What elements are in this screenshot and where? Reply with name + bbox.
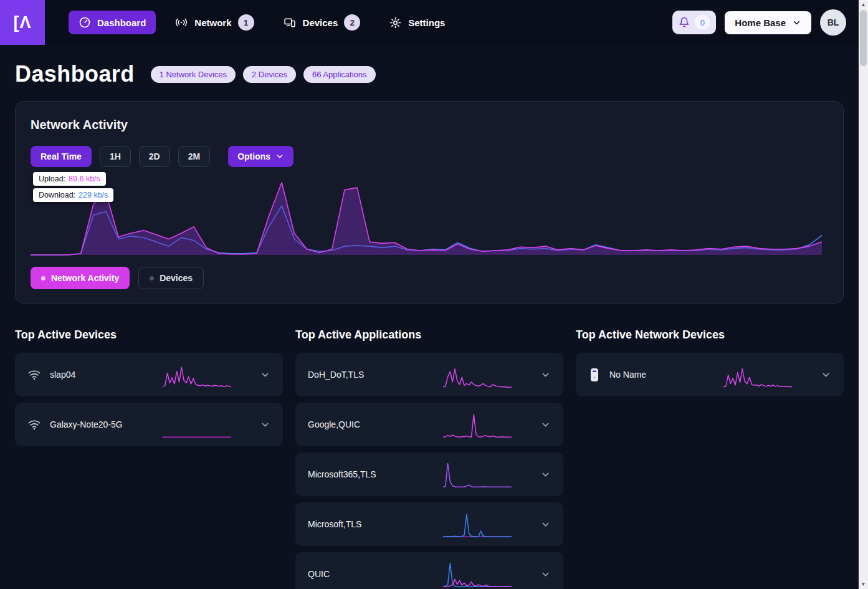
pill-applications[interactable]: 66 Applications xyxy=(303,66,375,83)
device-name: slap04 xyxy=(50,370,163,380)
chevron-down-icon[interactable] xyxy=(540,419,551,430)
nav-settings[interactable]: Settings xyxy=(379,11,455,35)
chevron-down-icon[interactable] xyxy=(260,370,270,380)
user-avatar[interactable]: BL xyxy=(820,9,846,36)
notifications-count: 0 xyxy=(695,15,710,30)
network-device-row[interactable]: No Name xyxy=(576,353,844,396)
legend-network-activity-label: Network Activity xyxy=(51,273,119,283)
gear-icon xyxy=(389,16,402,29)
device-name: Galaxy-Note20-5G xyxy=(50,419,163,429)
network-device-name: No Name xyxy=(609,370,723,380)
network-activity-chart[interactable] xyxy=(31,182,822,256)
legend-dot-icon xyxy=(150,276,154,280)
application-sparkline xyxy=(443,510,512,538)
wifi-icon xyxy=(27,419,41,431)
network-waves-icon xyxy=(174,16,188,29)
pill-devices[interactable]: 2 Devices xyxy=(243,66,296,83)
top-active-network-devices-section: Top Active Network Devices No Name xyxy=(576,328,844,589)
device-row[interactable]: slap04 xyxy=(15,353,283,396)
chevron-down-icon xyxy=(275,152,284,161)
time-range-1h[interactable]: 1H xyxy=(100,146,131,167)
scrollbar-down-button[interactable]: ▼ xyxy=(859,580,868,589)
application-sparkline xyxy=(443,461,512,488)
nav-network[interactable]: Network 1 xyxy=(165,9,264,36)
section-title: Top Active Network Devices xyxy=(576,328,844,342)
time-range-2m[interactable]: 2M xyxy=(178,146,210,167)
nav-network-label: Network xyxy=(194,17,231,28)
legend-dot-icon xyxy=(41,276,45,280)
legend-devices[interactable]: Devices xyxy=(138,267,204,289)
device-row[interactable]: Galaxy-Note20-5G xyxy=(15,403,283,446)
speedometer-icon xyxy=(79,16,91,29)
application-row[interactable]: Microsoft365,TLS xyxy=(295,453,563,496)
top-active-applications-section: Top Active Applications DoH_DoT,TLS Goog… xyxy=(295,328,563,589)
application-sparkline xyxy=(443,411,512,438)
application-sparkline xyxy=(443,361,512,388)
app-root: [Λ Dashboard Network xyxy=(0,0,868,589)
time-range-controls: Real Time 1H 2D 2M Options xyxy=(31,146,828,167)
application-row[interactable]: QUIC xyxy=(295,552,563,589)
navbar-right: 0 Home Base BL xyxy=(672,9,859,36)
chevron-down-icon[interactable] xyxy=(540,370,551,380)
nav-devices[interactable]: Devices 2 xyxy=(273,9,371,36)
main-nav: Dashboard Network 1 xyxy=(69,9,455,36)
chevron-down-icon[interactable] xyxy=(260,419,270,430)
wifi-icon xyxy=(27,369,41,381)
network-activity-title: Network Activity xyxy=(31,118,828,132)
chevron-down-icon[interactable] xyxy=(540,569,551,580)
legend-network-activity[interactable]: Network Activity xyxy=(31,267,130,289)
nav-devices-label: Devices xyxy=(303,17,338,28)
application-sparkline xyxy=(443,560,512,588)
chevron-down-icon[interactable] xyxy=(821,370,831,380)
nav-dashboard[interactable]: Dashboard xyxy=(69,11,156,34)
section-title: Top Active Applications xyxy=(295,328,563,342)
nav-dashboard-label: Dashboard xyxy=(97,17,146,28)
router-device-icon xyxy=(588,367,601,383)
section-title: Top Active Devices xyxy=(15,328,283,342)
top-navbar: [Λ Dashboard Network xyxy=(0,0,859,45)
upload-tooltip-value: 89.6 kb/s xyxy=(69,175,100,183)
application-row[interactable]: Microsoft,TLS xyxy=(295,502,563,546)
application-name: DoH_DoT,TLS xyxy=(308,370,443,380)
device-sparkline xyxy=(163,411,231,438)
application-name: QUIC xyxy=(308,569,443,579)
upload-tooltip-label: Upload: xyxy=(39,175,65,183)
legend-devices-label: Devices xyxy=(160,273,193,283)
nav-settings-label: Settings xyxy=(408,17,445,28)
application-row[interactable]: Google,QUIC xyxy=(295,403,563,446)
location-selector[interactable]: Home Base xyxy=(725,11,811,34)
summary-pills: 1 Network Devices 2 Devices 66 Applicati… xyxy=(151,66,376,83)
options-button[interactable]: Options xyxy=(228,146,293,167)
scrollbar-thumb[interactable] xyxy=(860,10,867,66)
application-name: Microsoft,TLS xyxy=(308,519,443,529)
time-range-realtime[interactable]: Real Time xyxy=(31,146,92,167)
top-active-devices-section: Top Active Devices slap04 xyxy=(15,328,283,589)
chevron-down-icon[interactable] xyxy=(540,519,551,530)
network-count-badge: 1 xyxy=(238,14,254,31)
chart-legend: Network Activity Devices xyxy=(31,267,828,289)
application-name: Microsoft365,TLS xyxy=(308,469,443,479)
main-content: Dashboard 1 Network Devices 2 Devices 66… xyxy=(0,45,859,589)
network-activity-chart-zone: Upload: 89.6 kb/s Download: 229 kb/s xyxy=(31,172,828,256)
top-active-sections: Top Active Devices slap04 xyxy=(15,328,844,589)
chevron-down-icon[interactable] xyxy=(540,469,551,480)
download-tooltip-value: 229 kb/s xyxy=(79,191,108,199)
notifications-button[interactable]: 0 xyxy=(672,11,716,34)
download-tooltip-label: Download: xyxy=(39,191,75,199)
options-label: Options xyxy=(237,151,270,161)
device-sparkline xyxy=(163,361,231,388)
location-label: Home Base xyxy=(735,17,786,28)
app-logo[interactable]: [Λ xyxy=(0,0,45,45)
scrollbar-up-button[interactable]: ▲ xyxy=(859,0,868,9)
application-row[interactable]: DoH_DoT,TLS xyxy=(295,353,563,396)
page-header: Dashboard 1 Network Devices 2 Devices 66… xyxy=(15,61,844,87)
scrollbar[interactable]: ▲ ▼ xyxy=(859,0,868,589)
pill-network-devices[interactable]: 1 Network Devices xyxy=(151,66,236,83)
time-range-2d[interactable]: 2D xyxy=(139,146,170,167)
download-tooltip: Download: 229 kb/s xyxy=(33,188,113,202)
network-device-sparkline xyxy=(723,361,792,388)
network-activity-card: Network Activity Real Time 1H 2D 2M Opti… xyxy=(15,101,844,304)
application-name: Google,QUIC xyxy=(308,419,443,429)
page-title: Dashboard xyxy=(15,61,135,87)
app-logo-glyph: [Λ xyxy=(14,13,32,32)
